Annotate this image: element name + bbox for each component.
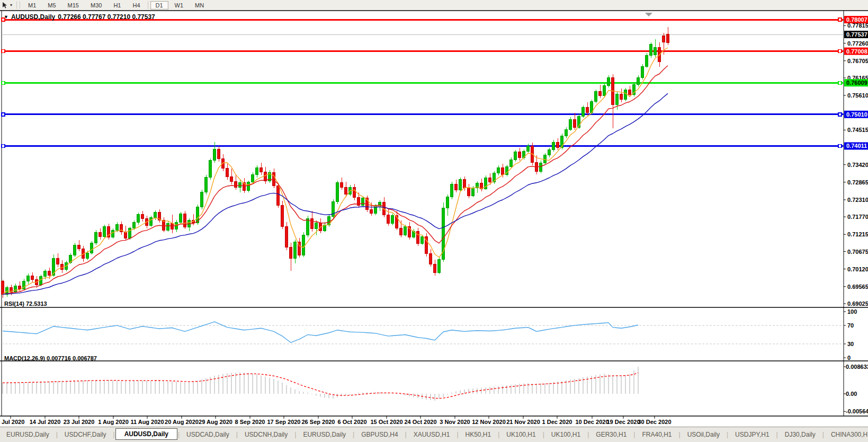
date-label: 19 Dec 2020 bbox=[607, 419, 640, 425]
date-label: 26 Sep 2020 bbox=[302, 419, 335, 425]
price-chart-canvas[interactable]: 0.778150.772600.767050.761650.756100.745… bbox=[0, 10, 868, 427]
timeframe-button-m15[interactable]: M15 bbox=[62, 1, 84, 10]
chart-window[interactable]: ▼ AUDUSD,Daily 0.77266 0.77767 0.77210 0… bbox=[0, 10, 868, 427]
hline-handle bbox=[2, 50, 5, 53]
svg-text:0.73420: 0.73420 bbox=[847, 162, 868, 168]
tab-separator: | bbox=[178, 431, 180, 438]
macd-indicator-label: MACD(12,26,9) 0.007716 0.006787 bbox=[4, 355, 97, 361]
tab-gbpusd-h4[interactable]: GBPUSD,H4 bbox=[355, 429, 404, 440]
date-label: 15 Oct 2020 bbox=[370, 419, 402, 425]
toolbar-separator bbox=[148, 1, 148, 9]
tab-usoil-daily[interactable]: USOil,Daily bbox=[681, 429, 726, 440]
date-label: 8 Sep 2020 bbox=[235, 419, 265, 425]
macd-panel-layer: 0.0086330.00-0.005641 bbox=[3, 364, 868, 414]
rsi-line bbox=[3, 322, 638, 342]
ohlc-readout: 0.77266 0.77767 0.77210 0.77537 bbox=[58, 13, 155, 21]
svg-text:0.75010: 0.75010 bbox=[846, 111, 867, 118]
ma-slow-line bbox=[3, 93, 668, 294]
tab-separator: | bbox=[822, 431, 824, 438]
svg-text:70: 70 bbox=[847, 322, 854, 329]
date-label: 17 Sep 2020 bbox=[267, 419, 301, 425]
tab-usdchf-daily[interactable]: USDCHF,Daily bbox=[58, 429, 113, 440]
timeframe-button-m30[interactable]: M30 bbox=[85, 1, 107, 10]
timeframe-button-mn[interactable]: MN bbox=[190, 1, 209, 10]
cursor-tool-button[interactable]: ▾ bbox=[0, 0, 14, 10]
date-label: 4 Jul 2020 bbox=[0, 419, 24, 425]
svg-text:0.77008: 0.77008 bbox=[846, 48, 867, 55]
tab-separator: | bbox=[727, 431, 728, 438]
tab-fra40-h1[interactable]: FRA40,H1 bbox=[636, 429, 678, 440]
svg-text:0.76009: 0.76009 bbox=[846, 79, 867, 86]
svg-text:-0.005641: -0.005641 bbox=[846, 408, 868, 414]
date-label: 10 Dec 2020 bbox=[576, 419, 609, 425]
tab-separator: | bbox=[457, 431, 458, 438]
date-axis-layer: 4 Jul 202014 Jul 202023 Jul 20201 Aug 20… bbox=[0, 416, 672, 425]
symbol-name: AUDUSD,Daily bbox=[11, 13, 55, 21]
toolbar-grip[interactable] bbox=[16, 2, 20, 8]
tab-separator: | bbox=[113, 431, 115, 438]
tab-usdcad-daily[interactable]: USDCAD,Daily bbox=[180, 429, 236, 440]
price-axis-layer: 0.778150.772600.767050.761650.756100.745… bbox=[844, 16, 868, 307]
svg-text:0.72865: 0.72865 bbox=[847, 179, 868, 185]
tab-ger30-h1[interactable]: GER30,H1 bbox=[589, 429, 633, 440]
rsi-panel-layer: 10070300 bbox=[2, 308, 857, 361]
svg-text:30: 30 bbox=[847, 341, 854, 347]
hline-handle bbox=[2, 81, 5, 84]
tab-usdjpy-h1[interactable]: USDJPY,H1 bbox=[729, 429, 775, 440]
tab-eurusd-daily[interactable]: EURUSD,Daily bbox=[297, 429, 352, 440]
tab-xauusd-h1[interactable]: XAUUSD,H1 bbox=[407, 429, 457, 440]
tab-china300-h1[interactable]: CHINA300,H1 bbox=[825, 429, 868, 440]
svg-text:0.69025: 0.69025 bbox=[847, 300, 868, 307]
hline-handle bbox=[2, 144, 5, 147]
tab-separator: | bbox=[294, 431, 296, 438]
tab-audusd-daily[interactable]: AUDUSD,Daily bbox=[115, 428, 177, 440]
tab-uk100-h1[interactable]: UK100,H1 bbox=[545, 429, 587, 440]
tab-usdcnh-daily[interactable]: USDCNH,Daily bbox=[238, 429, 294, 440]
date-label: 3 Nov 2020 bbox=[440, 419, 470, 425]
tab-hk50-h1[interactable]: HK50,H1 bbox=[459, 429, 498, 440]
timeframe-button-m1[interactable]: M1 bbox=[23, 1, 41, 10]
hline-handle bbox=[838, 113, 842, 116]
svg-text:0.72310: 0.72310 bbox=[847, 197, 868, 203]
hline-handle bbox=[2, 113, 5, 116]
svg-text:0.74011: 0.74011 bbox=[846, 143, 867, 149]
date-label: 11 Aug 2020 bbox=[130, 419, 164, 425]
date-label: 1 Dec 2020 bbox=[542, 419, 572, 425]
tab-uk100-h1[interactable]: UK100,H1 bbox=[500, 429, 542, 440]
svg-text:100: 100 bbox=[847, 308, 857, 315]
hline-handle bbox=[838, 50, 842, 53]
rsi-indicator-label: RSI(14) 72.5313 bbox=[4, 300, 47, 307]
timeframe-button-w1[interactable]: W1 bbox=[169, 1, 189, 10]
svg-text:0.00: 0.00 bbox=[846, 391, 857, 397]
timeframe-button-h4[interactable]: H4 bbox=[127, 1, 145, 10]
horizontal-lines-layer[interactable] bbox=[2, 18, 844, 147]
timeframe-button-d1[interactable]: D1 bbox=[150, 1, 168, 10]
svg-text:0.70120: 0.70120 bbox=[847, 266, 868, 272]
date-label: 1 Aug 2020 bbox=[98, 419, 129, 425]
tab-eurusd-daily[interactable]: EURUSD,Daily bbox=[0, 429, 56, 440]
date-label: 12 Nov 2020 bbox=[472, 419, 506, 425]
date-label: 29 Aug 2020 bbox=[199, 419, 232, 425]
tab-separator: | bbox=[679, 431, 681, 438]
svg-text:0.77815: 0.77815 bbox=[847, 22, 868, 29]
panel-borders-layer bbox=[0, 11, 868, 416]
svg-text:0.76705: 0.76705 bbox=[847, 58, 868, 64]
timeframe-button-m5[interactable]: M5 bbox=[42, 1, 61, 10]
ma-fast-line bbox=[3, 48, 668, 294]
symbol-dropdown-icon[interactable]: ▼ bbox=[4, 14, 8, 20]
chart-tab-bar: EURUSD,Daily|USDCHF,Daily|AUDUSD,Daily|U… bbox=[0, 427, 868, 442]
scroll-to-latest-icon bbox=[645, 13, 652, 16]
timeframe-button-h1[interactable]: H1 bbox=[108, 1, 126, 10]
date-label: 20 Aug 2020 bbox=[165, 419, 199, 425]
date-label: 14 Jul 2020 bbox=[30, 419, 61, 425]
tab-separator: | bbox=[405, 431, 407, 438]
svg-text:0.77537: 0.77537 bbox=[846, 31, 867, 38]
candles-layer bbox=[2, 27, 669, 298]
chart-title: ▼ AUDUSD,Daily 0.77266 0.77767 0.77210 0… bbox=[4, 13, 155, 21]
date-label: 6 Oct 2020 bbox=[337, 419, 366, 425]
tab-dj30-daily[interactable]: DJ30,Daily bbox=[778, 429, 822, 440]
svg-text:0: 0 bbox=[847, 355, 851, 361]
svg-text:0.69565: 0.69565 bbox=[847, 284, 868, 290]
svg-text:0.78007: 0.78007 bbox=[846, 16, 867, 23]
tab-separator: | bbox=[543, 431, 544, 438]
